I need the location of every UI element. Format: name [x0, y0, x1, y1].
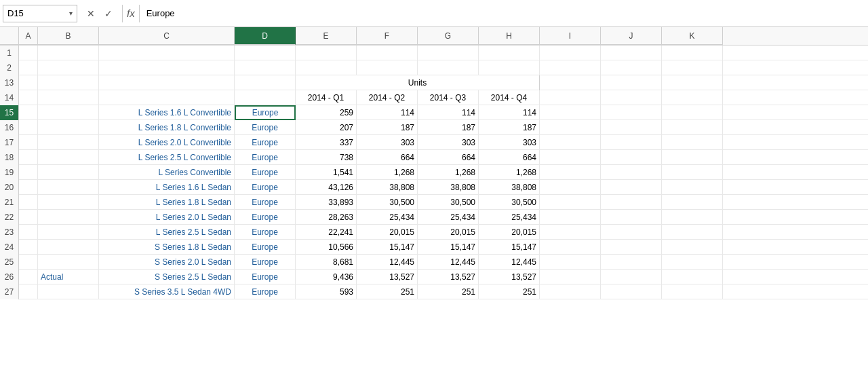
- cell-f22[interactable]: 25,434: [357, 210, 418, 225]
- cell-j24[interactable]: [601, 240, 662, 255]
- cell-j21[interactable]: [601, 195, 662, 210]
- cell-b14[interactable]: [38, 90, 99, 105]
- cell-b20[interactable]: [38, 180, 99, 195]
- col-header-f[interactable]: F: [357, 27, 418, 45]
- cell-g24[interactable]: 15,147: [418, 240, 479, 255]
- cell-c2[interactable]: [99, 60, 235, 75]
- cell-f20[interactable]: 38,808: [357, 180, 418, 195]
- cell-b22[interactable]: [38, 210, 99, 225]
- cell-g26[interactable]: 13,527: [418, 270, 479, 284]
- cell-c26[interactable]: S Series 2.5 L Sedan: [99, 270, 235, 284]
- cell-d19[interactable]: Europe: [235, 165, 296, 180]
- col-header-d[interactable]: D: [235, 27, 296, 45]
- cell-d25[interactable]: Europe: [235, 255, 296, 270]
- cell-f23[interactable]: 20,015: [357, 225, 418, 240]
- cell-e15[interactable]: 259: [296, 105, 357, 120]
- cell-i16[interactable]: [540, 120, 601, 135]
- cell-e18[interactable]: 738: [296, 150, 357, 165]
- cell-h1[interactable]: [479, 45, 540, 60]
- cell-b2[interactable]: [38, 60, 99, 75]
- cell-c23[interactable]: L Series 2.5 L Sedan: [99, 225, 235, 240]
- cell-b26[interactable]: Actual: [38, 270, 99, 284]
- cell-f25[interactable]: 12,445: [357, 255, 418, 270]
- cell-c24[interactable]: S Series 1.8 L Sedan: [99, 240, 235, 255]
- cell-a17[interactable]: [19, 135, 38, 150]
- col-header-j[interactable]: J: [601, 27, 662, 45]
- cell-i24[interactable]: [540, 240, 601, 255]
- cell-k25[interactable]: [662, 255, 723, 270]
- cell-i18[interactable]: [540, 150, 601, 165]
- col-header-h[interactable]: H: [479, 27, 540, 45]
- cell-e27[interactable]: 593: [296, 284, 357, 299]
- cell-j17[interactable]: [601, 135, 662, 150]
- cell-d27[interactable]: Europe: [235, 284, 296, 299]
- formula-input[interactable]: [142, 5, 865, 22]
- cell-h15[interactable]: 114: [479, 105, 540, 120]
- cell-f26[interactable]: 13,527: [357, 270, 418, 284]
- cell-e1[interactable]: [296, 45, 357, 60]
- cell-a20[interactable]: [19, 180, 38, 195]
- cell-a27[interactable]: [19, 284, 38, 299]
- cell-f17[interactable]: 303: [357, 135, 418, 150]
- cell-i14[interactable]: [540, 90, 601, 105]
- cell-g18[interactable]: 664: [418, 150, 479, 165]
- cell-b16[interactable]: [38, 120, 99, 135]
- cell-d1[interactable]: [235, 45, 296, 60]
- cell-h2[interactable]: [479, 60, 540, 75]
- cell-k1[interactable]: [662, 45, 723, 60]
- cell-g25[interactable]: 12,445: [418, 255, 479, 270]
- cell-b19[interactable]: [38, 165, 99, 180]
- cell-b15[interactable]: [38, 105, 99, 120]
- cell-a21[interactable]: [19, 195, 38, 210]
- cell-h21[interactable]: 30,500: [479, 195, 540, 210]
- cell-e26[interactable]: 9,436: [296, 270, 357, 284]
- cell-j22[interactable]: [601, 210, 662, 225]
- cell-b25[interactable]: [38, 255, 99, 270]
- cell-h16[interactable]: 187: [479, 120, 540, 135]
- cell-i21[interactable]: [540, 195, 601, 210]
- cell-g15[interactable]: 114: [418, 105, 479, 120]
- col-header-k[interactable]: K: [662, 27, 723, 45]
- cell-k21[interactable]: [662, 195, 723, 210]
- cell-k23[interactable]: [662, 225, 723, 240]
- cell-b1[interactable]: [38, 45, 99, 60]
- cell-k17[interactable]: [662, 135, 723, 150]
- cell-b24[interactable]: [38, 240, 99, 255]
- cell-d13[interactable]: [235, 75, 296, 90]
- cell-d24[interactable]: Europe: [235, 240, 296, 255]
- cell-c19[interactable]: L Series Convertible: [99, 165, 235, 180]
- cell-k24[interactable]: [662, 240, 723, 255]
- cell-c25[interactable]: S Series 2.0 L Sedan: [99, 255, 235, 270]
- cell-c21[interactable]: L Series 1.8 L Sedan: [99, 195, 235, 210]
- cell-i15[interactable]: [540, 105, 601, 120]
- cell-h22[interactable]: 25,434: [479, 210, 540, 225]
- cell-a19[interactable]: [19, 165, 38, 180]
- cell-a1[interactable]: [19, 45, 38, 60]
- cell-h25[interactable]: 12,445: [479, 255, 540, 270]
- cell-d14[interactable]: [235, 90, 296, 105]
- cell-d22[interactable]: Europe: [235, 210, 296, 225]
- cell-d2[interactable]: [235, 60, 296, 75]
- cell-h26[interactable]: 13,527: [479, 270, 540, 284]
- cell-f14[interactable]: 2014 - Q2: [357, 90, 418, 105]
- cell-f18[interactable]: 664: [357, 150, 418, 165]
- cell-j27[interactable]: [601, 284, 662, 299]
- cell-i20[interactable]: [540, 180, 601, 195]
- cell-c13[interactable]: [99, 75, 235, 90]
- cell-h27[interactable]: 251: [479, 284, 540, 299]
- cell-k13[interactable]: [662, 75, 723, 90]
- cell-g2[interactable]: [418, 60, 479, 75]
- cell-c20[interactable]: L Series 1.6 L Sedan: [99, 180, 235, 195]
- cell-f15[interactable]: 114: [357, 105, 418, 120]
- confirm-icon[interactable]: ✓: [100, 5, 117, 22]
- col-header-g[interactable]: G: [418, 27, 479, 45]
- cell-i19[interactable]: [540, 165, 601, 180]
- cell-g1[interactable]: [418, 45, 479, 60]
- cell-j18[interactable]: [601, 150, 662, 165]
- col-header-e[interactable]: E: [296, 27, 357, 45]
- cell-a23[interactable]: [19, 225, 38, 240]
- cell-b18[interactable]: [38, 150, 99, 165]
- cell-e22[interactable]: 28,263: [296, 210, 357, 225]
- cell-i23[interactable]: [540, 225, 601, 240]
- cell-f16[interactable]: 187: [357, 120, 418, 135]
